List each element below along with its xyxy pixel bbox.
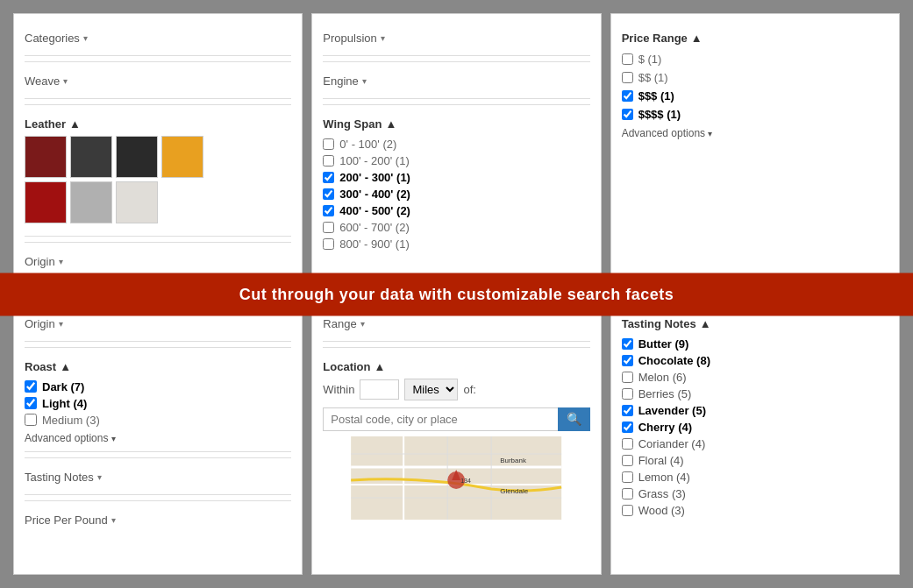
range-arrow: ▾ [360,319,365,329]
location-search-button[interactable]: 🔍 [558,407,590,431]
categories-label: Categories [25,32,80,45]
swatch-dark-red[interactable] [25,136,67,178]
wing-span-check-0[interactable] [323,138,334,150]
price-range-title: Price Range ▲ [622,32,888,45]
price-check-0[interactable] [622,53,633,65]
location-search-row: 🔍 [323,407,589,431]
tasting-item-wood[interactable]: Wood (3) [622,502,888,519]
tasting-check-coriander[interactable] [622,438,633,450]
wing-span-item-3[interactable]: 300' - 400' (2) [323,186,589,202]
roast-item-dark[interactable]: Dark (7) [25,379,291,395]
wing-span-check-2[interactable] [323,172,334,183]
propulsion-section[interactable]: Propulsion ▾ [323,32,589,45]
tasting-item-berries[interactable]: Berries (5) [622,386,888,402]
tasting-item-melon[interactable]: Melon (6) [622,369,888,386]
price-item-0[interactable]: $ (1) [622,50,888,68]
tasting-notes-title: Tasting Notes ▲ [622,317,888,330]
postal-input[interactable] [323,407,557,431]
wing-span-check-6[interactable] [323,238,334,250]
engine-label: Engine [323,74,358,88]
roast-advanced-arrow: ▾ [111,434,116,443]
tasting-item-butter[interactable]: Butter (9) [622,336,888,352]
wing-span-check-4[interactable] [323,205,334,216]
range-label: Range [323,317,356,330]
leather-title: Leather ▲ [25,117,291,131]
search-icon: 🔍 [567,412,581,426]
tasting-check-wood[interactable] [622,505,633,516]
wing-span-item-2[interactable]: 200' - 300' (1) [323,169,589,186]
wing-span-check-3[interactable] [323,188,334,200]
price-check-2[interactable] [622,90,633,102]
price-per-pound-section[interactable]: Price Per Pound ▾ [25,514,291,527]
tasting-item-chocolate[interactable]: Chocolate (8) [622,352,888,369]
roast-item-light[interactable]: Light (4) [25,395,291,412]
price-check-1[interactable] [622,72,633,83]
tasting-item-coriander[interactable]: Coriander (4) [622,436,888,452]
swatch-very-dark-gray[interactable] [116,136,158,178]
wing-span-check-1[interactable] [323,155,334,166]
engine-section[interactable]: Engine ▾ [323,74,589,88]
range-section[interactable]: Range ▾ [323,317,589,330]
tasting-check-berries[interactable] [622,388,633,400]
tasting-item-cherry[interactable]: Cherry (4) [622,419,888,436]
bottom-origin-label: Origin [25,317,55,330]
wing-span-item-5[interactable]: 600' - 700' (2) [323,219,589,236]
roast-item-medium[interactable]: Medium (3) [25,412,291,429]
wing-span-item-4[interactable]: 400' - 500' (2) [323,202,589,219]
origin-section[interactable]: Origin ▾ [25,255,291,268]
wing-span-item-6[interactable]: 800' - 900' (1) [323,236,589,252]
tasting-check-butter[interactable] [622,338,633,350]
categories-arrow: ▾ [83,33,88,43]
roast-check-light[interactable] [25,397,37,409]
price-advanced-options[interactable]: Advanced options ▾ [622,127,888,139]
price-check-3[interactable] [622,109,633,120]
swatch-orange-gold[interactable] [161,136,203,178]
tasting-check-lavender[interactable] [622,405,633,416]
price-item-1[interactable]: $$ (1) [622,68,888,87]
wing-span-item-0[interactable]: 0' - 100' (2) [323,136,589,152]
within-input[interactable] [360,379,399,400]
weave-arrow: ▾ [63,76,68,86]
origin-label: Origin [25,255,55,268]
tasting-check-grass[interactable] [622,488,633,499]
roast-title: Roast ▲ [25,360,291,373]
svg-text:Glendale: Glendale [500,487,529,495]
swatch-dark-gray[interactable] [70,136,112,178]
miles-select[interactable]: Miles Km [404,379,458,400]
swatch-medium-red[interactable] [25,181,67,223]
tasting-notes-arrow: ▾ [97,472,102,482]
roast-advanced-options[interactable]: Advanced options ▾ [25,432,291,444]
tasting-check-cherry[interactable] [622,422,633,433]
roast-arrow: ▲ [60,360,71,373]
price-item-2[interactable]: $$$ (1) [622,87,888,105]
main-container: Categories ▾ Weave ▾ Leather ▲ [0,0,913,588]
tasting-check-chocolate[interactable] [622,355,633,366]
weave-section[interactable]: Weave ▾ [25,74,291,88]
tasting-notes-section[interactable]: Tasting Notes ▾ [25,471,291,484]
tasting-item-grass[interactable]: Grass (3) [622,485,888,502]
tasting-item-lemon[interactable]: Lemon (4) [622,469,888,485]
roast-check-dark[interactable] [25,380,37,393]
tasting-check-melon[interactable] [622,372,633,383]
swatch-off-white[interactable] [116,181,158,223]
svg-text:Burbank: Burbank [500,457,527,464]
tasting-notes-list: Butter (9) Chocolate (8) Melon (6) Berri… [622,336,888,519]
tasting-item-floral[interactable]: Floral (4) [622,452,888,469]
leather-swatches [25,136,291,223]
swatch-light-gray[interactable] [70,181,112,223]
wing-span-check-5[interactable] [323,222,334,233]
bottom-origin-section[interactable]: Origin ▾ [25,317,291,330]
within-label: Within [323,383,354,396]
panel-bottom-right: Tasting Notes ▲ Butter (9) Chocolate (8)… [610,299,900,576]
tasting-check-lemon[interactable] [622,471,633,483]
price-item-3[interactable]: $$$$ (1) [622,105,888,124]
roast-check-medium[interactable] [25,414,37,426]
tasting-item-lavender[interactable]: Lavender (5) [622,402,888,419]
wing-span-item-1[interactable]: 100' - 200' (1) [323,152,589,169]
map-area: Burbank Glendale 134 [323,436,589,520]
categories-section[interactable]: Categories ▾ [25,32,291,45]
wing-span-list: 0' - 100' (2) 100' - 200' (1) 200' - 300… [323,136,589,252]
engine-arrow: ▾ [362,76,367,86]
tasting-check-floral[interactable] [622,455,633,466]
location-within-row: Within Miles Km of: [323,379,589,400]
